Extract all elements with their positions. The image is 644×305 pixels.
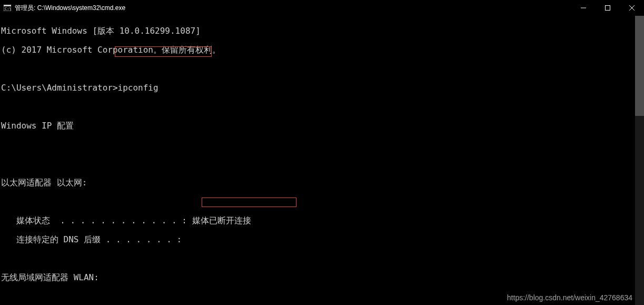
maximize-button[interactable] (596, 0, 620, 16)
svg-rect-1 (4, 5, 11, 6)
vertical-scrollbar[interactable] (635, 16, 644, 305)
terminal-output[interactable]: Microsoft Windows [版本 10.0.16299.1087] (… (0, 16, 644, 305)
copyright-line: (c) 2017 Microsoft Corporation。保留所有权利。 (1, 45, 644, 55)
scrollbar-thumb[interactable] (635, 16, 644, 116)
wlan-adapter-header: 无线局域网适配器 WLAN: (1, 273, 644, 282)
minimize-button[interactable] (571, 0, 596, 16)
window-title: 管理员: C:\Windows\system32\cmd.exe (15, 4, 571, 13)
ethernet-adapter-header: 以太网适配器 以太网: (1, 178, 644, 188)
version-line: Microsoft Windows [版本 10.0.16299.1087] (1, 26, 644, 36)
ethernet-media-state: 媒体状态 . . . . . . . . . . . . : 媒体已断开连接 (1, 216, 644, 225)
prompt-line: C:\Users\Administrator>ipconfig (1, 83, 644, 93)
ethernet-dns-suffix: 连接特定的 DNS 后缀 . . . . . . . : (1, 235, 644, 244)
watermark-text: https://blog.csdn.net/weixin_42768634 (507, 293, 632, 302)
cmd-icon: C:\ (3, 4, 12, 12)
window-titlebar[interactable]: C:\ 管理员: C:\Windows\system32\cmd.exe (0, 0, 644, 16)
window-controls (571, 0, 644, 16)
svg-rect-4 (606, 6, 610, 11)
ipconfig-header: Windows IP 配置 (1, 121, 644, 131)
svg-text:C:\: C:\ (5, 7, 11, 11)
close-button[interactable] (620, 0, 644, 16)
